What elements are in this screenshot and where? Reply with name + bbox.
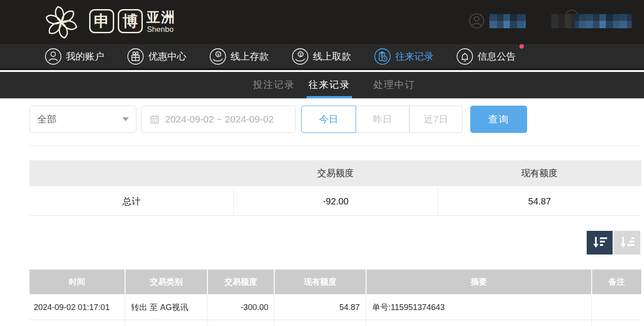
brand-region-label: 亚洲 (146, 8, 176, 27)
bell-icon (456, 48, 473, 65)
cell-amount: -300.00 (207, 295, 274, 320)
chevron-down-icon (122, 117, 129, 121)
sort-ascending-icon (619, 235, 635, 250)
records-header-row: 时间 交易类别 交易额度 现有额度 摘要 备注 (30, 270, 641, 295)
cell-time: 2024-09-02 01:17:01 (30, 295, 125, 320)
nav-label: 线上取款 (313, 50, 351, 63)
nav-item-transactions[interactable]: 往来记录 (374, 48, 433, 65)
summary-total-balance: 54.87 (438, 188, 641, 215)
notification-dot (519, 44, 524, 49)
account-icon (45, 48, 62, 65)
cell-type: 转出 至 AG视讯 (125, 295, 207, 320)
summary-total-amount: -92.00 (233, 188, 437, 215)
cell-note (591, 295, 641, 320)
nav-item-announcements[interactable]: 信息公告 (456, 48, 516, 65)
quick-filter-today[interactable]: 今日 (301, 106, 356, 133)
quick-filter-last7days[interactable]: 近7日 (409, 106, 463, 133)
summary-header-empty (30, 160, 233, 186)
cell-balance: 54.87 (274, 295, 366, 320)
blurred-balance-mosaic (551, 14, 632, 28)
nav-label: 线上存款 (231, 50, 269, 63)
table-row: 2024-09-02 01:17:01 转出 至 AG视讯 -300.00 54… (30, 295, 641, 320)
brand-flower-icon (40, 2, 83, 43)
topbar: 申 博 亚洲 Shenbo (0, 0, 644, 44)
records-icon (374, 48, 391, 65)
calendar-icon (150, 114, 160, 124)
withdraw-icon: $ (292, 48, 309, 65)
summary-header-row: 交易额度 现有额度 (30, 160, 641, 186)
brand-name-en: Shenbo (147, 25, 174, 34)
sort-descending-icon (592, 235, 608, 250)
summary-total-label: 总计 (30, 188, 233, 215)
brand-char-bo: 博 (118, 9, 143, 33)
tab-pending-orders[interactable]: 处理中订单 (368, 72, 420, 98)
nav-item-promotions[interactable]: 优惠中心 (127, 48, 186, 65)
blurred-balance[interactable] (551, 14, 632, 28)
type-select[interactable]: 全部 (30, 106, 136, 133)
table-row-clipped (30, 320, 641, 326)
col-balance: 现有额度 (274, 270, 366, 294)
gift-icon (127, 48, 144, 65)
tab-bet-records[interactable]: 投注记录 (248, 72, 299, 98)
summary-header-balance: 现有额度 (438, 160, 641, 186)
summary-total-row: 总计 -92.00 54.87 (30, 188, 641, 216)
nav-label: 我的账户 (66, 50, 104, 63)
sort-descending-button[interactable] (587, 231, 613, 255)
nav-label: 信息公告 (478, 50, 516, 63)
summary-table: 交易额度 现有额度 总计 -92.00 54.87 (30, 160, 641, 216)
nav-label: 优惠中心 (148, 50, 186, 63)
date-range-input[interactable]: 2024-09-02 ~ 2024-09-02 (141, 106, 296, 133)
deposit-icon: ¥ (209, 48, 226, 65)
query-button[interactable]: 查询 (470, 106, 527, 133)
quick-filter-yesterday[interactable]: 昨日 (356, 106, 409, 133)
date-range-value: 2024-09-02 ~ 2024-09-02 (165, 114, 274, 125)
divider (30, 146, 641, 146)
records-table: 时间 交易类别 交易额度 现有额度 摘要 备注 2024-09-02 01:17… (30, 270, 641, 326)
nav-item-deposit[interactable]: ¥ 线上存款 (209, 48, 269, 65)
record-tabs: 投注记录 往来记录 处理中订单 (0, 72, 644, 98)
sort-ascending-button[interactable] (614, 231, 640, 255)
col-time: 时间 (30, 270, 125, 294)
col-summary: 摘要 (366, 270, 591, 294)
nav-label: 往来记录 (395, 50, 433, 63)
col-amount: 交易额度 (207, 270, 274, 294)
blurred-username[interactable] (489, 14, 526, 28)
brand-char-shen: 申 (89, 9, 114, 33)
type-select-value: 全部 (37, 113, 56, 126)
nav-item-my-account[interactable]: 我的账户 (45, 48, 104, 65)
main-nav: 我的账户 优惠中心 ¥ 线上存款 $ 线上取款 (0, 44, 644, 70)
nav-item-withdraw[interactable]: $ 线上取款 (292, 48, 351, 65)
svg-text:¥: ¥ (216, 52, 220, 56)
svg-text:$: $ (299, 52, 302, 56)
summary-header-amount: 交易额度 (233, 160, 437, 186)
user-avatar-icon[interactable] (468, 13, 485, 29)
col-note: 备注 (591, 270, 641, 294)
col-type: 交易类别 (125, 270, 207, 294)
tab-transaction-records[interactable]: 往来记录 (307, 72, 352, 98)
cell-summary: 单号:115951374643 (366, 295, 591, 320)
